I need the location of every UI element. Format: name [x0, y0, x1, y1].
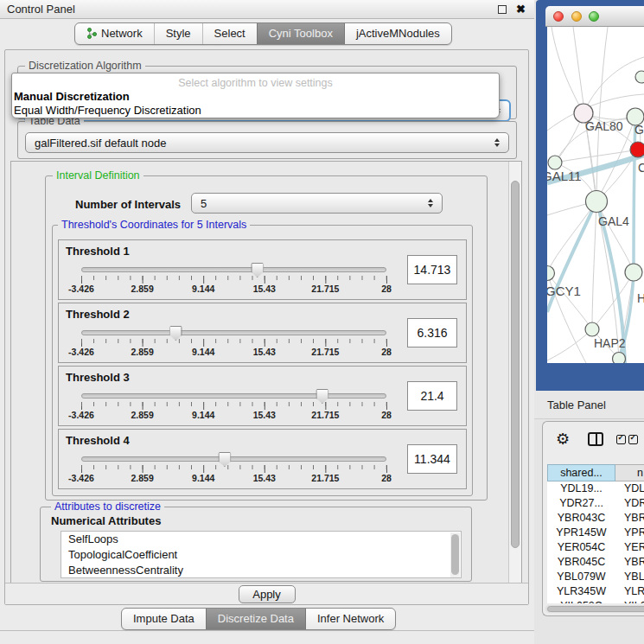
threshold-value-field[interactable]: 14.713 — [407, 255, 457, 284]
threshold-slider[interactable]: -3.426 2.859 9.144 15.43 21.715 28 — [81, 390, 386, 419]
node-gal4[interactable] — [586, 191, 608, 213]
slider-ticks-minor — [81, 339, 387, 343]
node-h[interactable] — [625, 264, 642, 281]
option-equal-width-frequency[interactable]: Equal Width/Frequency Discretization — [14, 104, 201, 117]
dropdown-hint: Select algorithm to view settings — [12, 77, 499, 89]
cell-name: YBR0 — [615, 511, 644, 526]
settings-scroll-panel: Interval Definition Number of Intervals … — [10, 161, 522, 584]
node-red-selected[interactable] — [630, 142, 644, 157]
thresholds-title: Threshold's Coordinates for 5 Intervals — [58, 219, 250, 231]
tab-cyni-toolbox[interactable]: Cyni Toolbox — [257, 23, 344, 44]
table-header-row: shared... n — [547, 464, 644, 481]
cell-shared-name: YPR145W — [547, 526, 615, 540]
threshold-value-field[interactable]: 21.4 — [407, 381, 457, 411]
control-panel: Control Panel ✖ Network Style Select Cyn… — [0, 0, 534, 644]
label-hap2: HAP2 — [594, 336, 626, 350]
columns-icon[interactable] — [588, 432, 603, 446]
threshold-label: Threshold 1 — [66, 245, 130, 258]
tab-jactivemnodules[interactable]: jActiveMNodules — [344, 23, 451, 44]
table-hscrollbar[interactable] — [545, 605, 644, 613]
close-icon[interactable]: ✖ — [516, 3, 526, 16]
discretization-algorithm-title: Discretization Algorithm — [25, 60, 145, 72]
table-toolbar: ⚙ — [543, 422, 644, 463]
zoom-traffic-light[interactable] — [589, 11, 599, 22]
column-header-shared-name[interactable]: shared... — [547, 464, 615, 481]
cell-name: YDL1 — [615, 481, 644, 496]
network-graph: GAL80 G C GAL11 GAL4 GCY1 H HAP2 — [547, 27, 644, 363]
slider-track[interactable] — [81, 393, 386, 399]
attributes-title: Attributes to discretize — [51, 501, 164, 513]
cell-name: YDR2 — [615, 496, 644, 511]
table-panel-window: ⚙ shared... n YDL19... YDL1 — [542, 421, 644, 616]
slider-track[interactable] — [81, 330, 386, 335]
table-data-value: galFiltered.sif default node — [35, 137, 166, 150]
attribute-item[interactable]: BetweennessCentrality — [61, 563, 461, 578]
slider-track[interactable] — [81, 267, 386, 272]
list-scrollbar[interactable] — [450, 532, 460, 578]
slider-axis-labels: -3.426 2.859 9.144 15.43 21.715 28 — [81, 347, 386, 357]
threshold-slider[interactable]: -3.426 2.859 9.144 15.43 21.715 28 — [81, 264, 386, 293]
node-hap2[interactable] — [585, 322, 599, 336]
threshold-value-field[interactable]: 11.344 — [407, 444, 457, 474]
apply-strip: Apply — [5, 583, 528, 604]
table-row[interactable]: YPR145W YPR1 — [547, 526, 644, 540]
checkbox-icon[interactable] — [628, 435, 638, 444]
table-row[interactable]: YDR27... YDR2 — [547, 496, 644, 511]
tab-impute-data[interactable]: Impute Data — [122, 609, 206, 629]
numerical-attributes-label: Numerical Attributes — [51, 514, 161, 527]
minimize-traffic-light[interactable] — [571, 11, 582, 22]
checkbox-icon[interactable] — [616, 435, 626, 444]
threshold-value-field[interactable]: 6.316 — [407, 318, 457, 348]
threshold-slider[interactable]: -3.426 2.859 9.144 15.43 21.715 28 — [81, 327, 386, 356]
network-canvas[interactable]: GAL80 G C GAL11 GAL4 GCY1 H HAP2 — [547, 27, 644, 363]
table-row[interactable]: YDL19... YDL1 — [547, 481, 644, 496]
cell-name: YPR1 — [615, 526, 644, 540]
close-traffic-light[interactable] — [553, 11, 564, 22]
table-row[interactable]: YIL052C YIL0 — [547, 599, 644, 603]
table-row[interactable]: YLR345W YLR3 — [547, 584, 644, 599]
tab-infer-network[interactable]: Infer Network — [305, 609, 395, 629]
slider-axis-labels: -3.426 2.859 9.144 15.43 21.715 28 — [81, 473, 386, 483]
number-of-intervals-combobox[interactable]: 5 — [191, 193, 443, 214]
cell-shared-name: YBL079W — [547, 570, 615, 584]
cell-shared-name: YBR045C — [547, 555, 615, 570]
attribute-item[interactable]: SelfLoops — [61, 532, 461, 547]
right-pane: GAL80 G C GAL11 GAL4 GCY1 H HAP2 Table P… — [534, 0, 644, 644]
node-partial-bottom[interactable] — [613, 353, 626, 364]
tab-select[interactable]: Select — [202, 23, 257, 44]
attribute-items: SelfLoops TopologicalCoefficient Between… — [61, 532, 461, 578]
tab-network[interactable]: Network — [75, 23, 154, 44]
network-window-titlebar[interactable] — [545, 6, 644, 27]
node-partial-top[interactable] — [635, 71, 644, 83]
option-manual-discretization[interactable]: Manual Discretization — [14, 90, 130, 103]
threshold-label: Threshold 4 — [66, 434, 130, 447]
slider-ticks-minor — [81, 276, 387, 280]
threshold-box: Threshold 2 -3.426 2.859 — [58, 303, 467, 363]
number-of-intervals-label: Number of Intervals — [75, 198, 181, 211]
tab-discretize-data[interactable]: Discretize Data — [206, 609, 305, 629]
apply-button[interactable]: Apply — [239, 585, 296, 603]
table-row[interactable]: YBR045C YBR0 — [547, 555, 644, 570]
table-data-combobox[interactable]: galFiltered.sif default node — [25, 132, 509, 153]
table-body[interactable]: YDL19... YDL1 YDR27... YDR2 YBR043C YBR0 — [547, 481, 644, 603]
table-row[interactable]: YER054C YER0 — [547, 540, 644, 555]
threshold-box: Threshold 3 -3.426 2.859 — [58, 366, 467, 426]
numerical-attributes-list[interactable]: SelfLoops TopologicalCoefficient Between… — [61, 531, 462, 578]
attribute-item[interactable]: TopologicalCoefficient — [61, 547, 461, 563]
slider-ticks-minor — [81, 402, 387, 406]
table-hscrollbar-thumb[interactable] — [547, 606, 644, 612]
panel-scrollbar[interactable] — [508, 162, 521, 583]
table-row[interactable]: YBR043C YBR0 — [547, 511, 644, 526]
table-row[interactable]: YBL079W YBL0 — [547, 570, 644, 584]
node-gal11[interactable] — [548, 156, 562, 169]
cell-name: YLR3 — [615, 584, 644, 599]
tab-style[interactable]: Style — [154, 23, 202, 44]
threshold-slider[interactable]: -3.426 2.859 9.144 15.43 21.715 28 — [81, 453, 386, 482]
node-gcy1[interactable] — [547, 266, 555, 281]
gear-icon[interactable]: ⚙ — [556, 430, 570, 449]
slider-track[interactable] — [81, 456, 386, 462]
panel-scrollbar-thumb[interactable] — [511, 181, 520, 548]
float-icon[interactable] — [498, 5, 507, 14]
column-header-name[interactable]: n — [615, 464, 644, 481]
table-rows: YDL19... YDL1 YDR27... YDR2 YBR043C YBR0 — [547, 481, 644, 603]
